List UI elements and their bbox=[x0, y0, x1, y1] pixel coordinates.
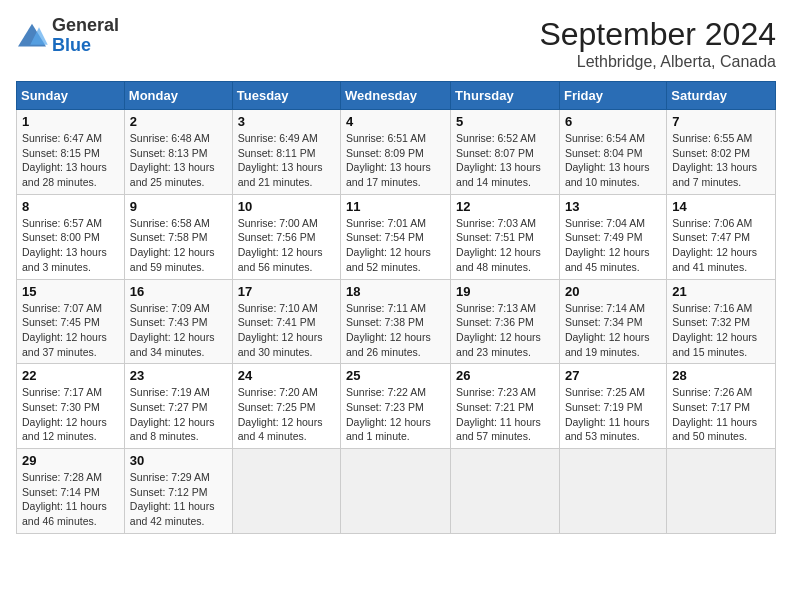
day-info: Sunrise: 6:52 AMSunset: 8:07 PMDaylight:… bbox=[456, 131, 554, 190]
calendar-cell: 10Sunrise: 7:00 AMSunset: 7:56 PMDayligh… bbox=[232, 194, 340, 279]
header-cell-wednesday: Wednesday bbox=[341, 82, 451, 110]
calendar-cell: 14Sunrise: 7:06 AMSunset: 7:47 PMDayligh… bbox=[667, 194, 776, 279]
calendar-cell: 22Sunrise: 7:17 AMSunset: 7:30 PMDayligh… bbox=[17, 364, 125, 449]
calendar-cell bbox=[232, 449, 340, 534]
day-info: Sunrise: 7:11 AMSunset: 7:38 PMDaylight:… bbox=[346, 301, 445, 360]
calendar-cell bbox=[667, 449, 776, 534]
day-number: 18 bbox=[346, 284, 445, 299]
day-number: 15 bbox=[22, 284, 119, 299]
logo-blue-text: Blue bbox=[52, 35, 91, 55]
day-number: 17 bbox=[238, 284, 335, 299]
day-number: 2 bbox=[130, 114, 227, 129]
day-info: Sunrise: 7:03 AMSunset: 7:51 PMDaylight:… bbox=[456, 216, 554, 275]
day-info: Sunrise: 7:13 AMSunset: 7:36 PMDaylight:… bbox=[456, 301, 554, 360]
calendar-week-5: 29Sunrise: 7:28 AMSunset: 7:14 PMDayligh… bbox=[17, 449, 776, 534]
day-info: Sunrise: 7:16 AMSunset: 7:32 PMDaylight:… bbox=[672, 301, 770, 360]
page-header: General Blue September 2024 Lethbridge, … bbox=[16, 16, 776, 71]
day-info: Sunrise: 7:19 AMSunset: 7:27 PMDaylight:… bbox=[130, 385, 227, 444]
calendar-cell: 24Sunrise: 7:20 AMSunset: 7:25 PMDayligh… bbox=[232, 364, 340, 449]
day-number: 5 bbox=[456, 114, 554, 129]
day-number: 26 bbox=[456, 368, 554, 383]
calendar-title: September 2024 bbox=[539, 16, 776, 53]
day-info: Sunrise: 6:47 AMSunset: 8:15 PMDaylight:… bbox=[22, 131, 119, 190]
day-info: Sunrise: 7:22 AMSunset: 7:23 PMDaylight:… bbox=[346, 385, 445, 444]
day-number: 27 bbox=[565, 368, 661, 383]
day-number: 7 bbox=[672, 114, 770, 129]
day-number: 14 bbox=[672, 199, 770, 214]
calendar-cell: 2Sunrise: 6:48 AMSunset: 8:13 PMDaylight… bbox=[124, 110, 232, 195]
day-info: Sunrise: 7:20 AMSunset: 7:25 PMDaylight:… bbox=[238, 385, 335, 444]
day-number: 24 bbox=[238, 368, 335, 383]
calendar-cell: 16Sunrise: 7:09 AMSunset: 7:43 PMDayligh… bbox=[124, 279, 232, 364]
day-number: 22 bbox=[22, 368, 119, 383]
header-cell-thursday: Thursday bbox=[451, 82, 560, 110]
calendar-cell: 28Sunrise: 7:26 AMSunset: 7:17 PMDayligh… bbox=[667, 364, 776, 449]
day-number: 10 bbox=[238, 199, 335, 214]
calendar-cell: 13Sunrise: 7:04 AMSunset: 7:49 PMDayligh… bbox=[559, 194, 666, 279]
header-cell-friday: Friday bbox=[559, 82, 666, 110]
header-row: SundayMondayTuesdayWednesdayThursdayFrid… bbox=[17, 82, 776, 110]
calendar-cell: 21Sunrise: 7:16 AMSunset: 7:32 PMDayligh… bbox=[667, 279, 776, 364]
day-number: 21 bbox=[672, 284, 770, 299]
day-info: Sunrise: 6:51 AMSunset: 8:09 PMDaylight:… bbox=[346, 131, 445, 190]
day-info: Sunrise: 7:23 AMSunset: 7:21 PMDaylight:… bbox=[456, 385, 554, 444]
day-info: Sunrise: 7:00 AMSunset: 7:56 PMDaylight:… bbox=[238, 216, 335, 275]
calendar-body: 1Sunrise: 6:47 AMSunset: 8:15 PMDaylight… bbox=[17, 110, 776, 534]
logo-icon bbox=[16, 22, 48, 50]
day-info: Sunrise: 7:07 AMSunset: 7:45 PMDaylight:… bbox=[22, 301, 119, 360]
header-cell-tuesday: Tuesday bbox=[232, 82, 340, 110]
calendar-week-3: 15Sunrise: 7:07 AMSunset: 7:45 PMDayligh… bbox=[17, 279, 776, 364]
header-cell-sunday: Sunday bbox=[17, 82, 125, 110]
calendar-cell: 5Sunrise: 6:52 AMSunset: 8:07 PMDaylight… bbox=[451, 110, 560, 195]
title-block: September 2024 Lethbridge, Alberta, Cana… bbox=[539, 16, 776, 71]
day-info: Sunrise: 7:25 AMSunset: 7:19 PMDaylight:… bbox=[565, 385, 661, 444]
day-info: Sunrise: 7:14 AMSunset: 7:34 PMDaylight:… bbox=[565, 301, 661, 360]
day-number: 3 bbox=[238, 114, 335, 129]
day-info: Sunrise: 7:06 AMSunset: 7:47 PMDaylight:… bbox=[672, 216, 770, 275]
calendar-cell: 7Sunrise: 6:55 AMSunset: 8:02 PMDaylight… bbox=[667, 110, 776, 195]
calendar-header: SundayMondayTuesdayWednesdayThursdayFrid… bbox=[17, 82, 776, 110]
calendar-cell: 9Sunrise: 6:58 AMSunset: 7:58 PMDaylight… bbox=[124, 194, 232, 279]
calendar-cell: 1Sunrise: 6:47 AMSunset: 8:15 PMDaylight… bbox=[17, 110, 125, 195]
calendar-table: SundayMondayTuesdayWednesdayThursdayFrid… bbox=[16, 81, 776, 534]
calendar-cell: 15Sunrise: 7:07 AMSunset: 7:45 PMDayligh… bbox=[17, 279, 125, 364]
logo-general-text: General bbox=[52, 15, 119, 35]
day-number: 19 bbox=[456, 284, 554, 299]
calendar-cell: 27Sunrise: 7:25 AMSunset: 7:19 PMDayligh… bbox=[559, 364, 666, 449]
day-info: Sunrise: 6:48 AMSunset: 8:13 PMDaylight:… bbox=[130, 131, 227, 190]
calendar-cell: 26Sunrise: 7:23 AMSunset: 7:21 PMDayligh… bbox=[451, 364, 560, 449]
day-number: 9 bbox=[130, 199, 227, 214]
day-info: Sunrise: 7:10 AMSunset: 7:41 PMDaylight:… bbox=[238, 301, 335, 360]
calendar-week-4: 22Sunrise: 7:17 AMSunset: 7:30 PMDayligh… bbox=[17, 364, 776, 449]
day-number: 13 bbox=[565, 199, 661, 214]
day-number: 6 bbox=[565, 114, 661, 129]
day-number: 28 bbox=[672, 368, 770, 383]
calendar-cell: 8Sunrise: 6:57 AMSunset: 8:00 PMDaylight… bbox=[17, 194, 125, 279]
day-info: Sunrise: 6:55 AMSunset: 8:02 PMDaylight:… bbox=[672, 131, 770, 190]
day-number: 8 bbox=[22, 199, 119, 214]
day-number: 11 bbox=[346, 199, 445, 214]
day-number: 25 bbox=[346, 368, 445, 383]
day-number: 16 bbox=[130, 284, 227, 299]
calendar-cell: 11Sunrise: 7:01 AMSunset: 7:54 PMDayligh… bbox=[341, 194, 451, 279]
day-info: Sunrise: 7:29 AMSunset: 7:12 PMDaylight:… bbox=[130, 470, 227, 529]
calendar-cell: 25Sunrise: 7:22 AMSunset: 7:23 PMDayligh… bbox=[341, 364, 451, 449]
calendar-cell: 30Sunrise: 7:29 AMSunset: 7:12 PMDayligh… bbox=[124, 449, 232, 534]
day-info: Sunrise: 7:01 AMSunset: 7:54 PMDaylight:… bbox=[346, 216, 445, 275]
day-info: Sunrise: 7:17 AMSunset: 7:30 PMDaylight:… bbox=[22, 385, 119, 444]
calendar-cell: 6Sunrise: 6:54 AMSunset: 8:04 PMDaylight… bbox=[559, 110, 666, 195]
calendar-cell: 18Sunrise: 7:11 AMSunset: 7:38 PMDayligh… bbox=[341, 279, 451, 364]
calendar-cell: 17Sunrise: 7:10 AMSunset: 7:41 PMDayligh… bbox=[232, 279, 340, 364]
calendar-cell: 4Sunrise: 6:51 AMSunset: 8:09 PMDaylight… bbox=[341, 110, 451, 195]
day-number: 30 bbox=[130, 453, 227, 468]
calendar-cell: 12Sunrise: 7:03 AMSunset: 7:51 PMDayligh… bbox=[451, 194, 560, 279]
day-number: 12 bbox=[456, 199, 554, 214]
day-number: 23 bbox=[130, 368, 227, 383]
calendar-cell: 19Sunrise: 7:13 AMSunset: 7:36 PMDayligh… bbox=[451, 279, 560, 364]
calendar-week-2: 8Sunrise: 6:57 AMSunset: 8:00 PMDaylight… bbox=[17, 194, 776, 279]
day-info: Sunrise: 6:49 AMSunset: 8:11 PMDaylight:… bbox=[238, 131, 335, 190]
day-number: 20 bbox=[565, 284, 661, 299]
calendar-week-1: 1Sunrise: 6:47 AMSunset: 8:15 PMDaylight… bbox=[17, 110, 776, 195]
calendar-cell bbox=[559, 449, 666, 534]
header-cell-monday: Monday bbox=[124, 82, 232, 110]
